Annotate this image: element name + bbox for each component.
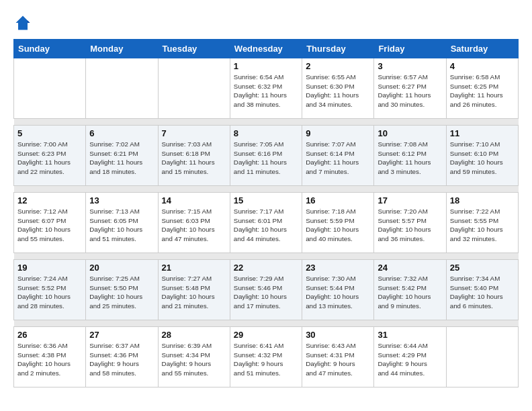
calendar-cell-2-1: 13Sunrise: 7:13 AM Sunset: 6:05 PM Dayli… [86, 193, 158, 253]
separator-cell [446, 186, 518, 193]
day-number: 4 [450, 61, 515, 71]
calendar-cell-1-3: 8Sunrise: 7:05 AM Sunset: 6:16 PM Daylig… [230, 126, 302, 186]
day-number: 15 [234, 195, 298, 205]
header-day-thursday: Thursday [302, 40, 374, 58]
calendar-cell-4-3: 29Sunrise: 6:41 AM Sunset: 4:32 PM Dayli… [230, 327, 302, 387]
calendar-header-row: SundayMondayTuesdayWednesdayThursdayFrid… [14, 40, 519, 58]
day-number: 3 [378, 61, 442, 71]
day-number: 10 [378, 128, 442, 138]
calendar-cell-0-6: 4Sunrise: 6:58 AM Sunset: 6:25 PM Daylig… [446, 58, 518, 119]
calendar-cell-0-3: 1Sunrise: 6:54 AM Sunset: 6:32 PM Daylig… [230, 58, 302, 119]
calendar-cell-2-2: 14Sunrise: 7:15 AM Sunset: 6:03 PM Dayli… [158, 193, 230, 253]
day-number: 24 [378, 263, 442, 273]
day-info: Sunrise: 7:12 AM Sunset: 6:07 PM Dayligh… [17, 207, 82, 244]
separator-row-3 [14, 320, 519, 327]
separator-cell [86, 186, 158, 193]
header-day-sunday: Sunday [14, 40, 86, 58]
day-info: Sunrise: 7:10 AM Sunset: 6:10 PM Dayligh… [450, 140, 515, 177]
day-info: Sunrise: 7:30 AM Sunset: 5:44 PM Dayligh… [306, 274, 370, 311]
day-info: Sunrise: 7:03 AM Sunset: 6:18 PM Dayligh… [162, 140, 226, 177]
calendar-cell-3-0: 19Sunrise: 7:24 AM Sunset: 5:52 PM Dayli… [14, 260, 86, 320]
day-number: 8 [234, 128, 298, 138]
day-info: Sunrise: 6:43 AM Sunset: 4:31 PM Dayligh… [306, 341, 370, 378]
calendar-cell-1-6: 11Sunrise: 7:10 AM Sunset: 6:10 PM Dayli… [446, 126, 518, 186]
day-number: 22 [234, 263, 298, 273]
day-number: 5 [17, 128, 82, 138]
separator-cell [86, 119, 158, 126]
calendar-cell-2-4: 16Sunrise: 7:18 AM Sunset: 5:59 PM Dayli… [302, 193, 374, 253]
separator-cell [446, 253, 518, 260]
day-number: 16 [306, 195, 370, 205]
calendar-cell-4-6 [446, 327, 518, 387]
calendar-cell-4-4: 30Sunrise: 6:43 AM Sunset: 4:31 PM Dayli… [302, 327, 374, 387]
day-number: 23 [306, 263, 370, 273]
day-info: Sunrise: 7:32 AM Sunset: 5:42 PM Dayligh… [378, 274, 442, 311]
calendar-cell-2-3: 15Sunrise: 7:17 AM Sunset: 6:01 PM Dayli… [230, 193, 302, 253]
day-number: 2 [306, 61, 370, 71]
day-number: 7 [162, 128, 226, 138]
day-number: 31 [378, 330, 442, 340]
week-row-5: 26Sunrise: 6:36 AM Sunset: 4:38 PM Dayli… [14, 327, 519, 387]
calendar-cell-4-5: 31Sunrise: 6:44 AM Sunset: 4:29 PM Dayli… [374, 327, 446, 387]
day-info: Sunrise: 6:36 AM Sunset: 4:38 PM Dayligh… [17, 341, 82, 378]
calendar-table: SundayMondayTuesdayWednesdayThursdayFrid… [13, 39, 519, 387]
calendar-cell-2-0: 12Sunrise: 7:12 AM Sunset: 6:07 PM Dayli… [14, 193, 86, 253]
day-info: Sunrise: 6:58 AM Sunset: 6:25 PM Dayligh… [450, 73, 515, 109]
day-info: Sunrise: 7:27 AM Sunset: 5:48 PM Dayligh… [162, 274, 226, 311]
calendar-cell-3-6: 25Sunrise: 7:34 AM Sunset: 5:40 PM Dayli… [446, 260, 518, 320]
day-number: 21 [162, 263, 226, 273]
day-info: Sunrise: 7:34 AM Sunset: 5:40 PM Dayligh… [450, 274, 515, 311]
day-number: 25 [450, 263, 515, 273]
day-info: Sunrise: 7:18 AM Sunset: 5:59 PM Dayligh… [306, 207, 370, 244]
calendar-cell-3-1: 20Sunrise: 7:25 AM Sunset: 5:50 PM Dayli… [86, 260, 158, 320]
day-number: 11 [450, 128, 515, 138]
header-day-wednesday: Wednesday [230, 40, 302, 58]
separator-cell [230, 119, 302, 126]
separator-cell [230, 186, 302, 193]
separator-row-1 [14, 186, 519, 193]
day-number: 20 [89, 263, 154, 273]
day-info: Sunrise: 6:57 AM Sunset: 6:27 PM Dayligh… [378, 73, 442, 109]
week-row-3: 12Sunrise: 7:12 AM Sunset: 6:07 PM Dayli… [14, 193, 519, 253]
calendar-cell-3-3: 22Sunrise: 7:29 AM Sunset: 5:46 PM Dayli… [230, 260, 302, 320]
separator-cell [374, 119, 446, 126]
day-info: Sunrise: 7:24 AM Sunset: 5:52 PM Dayligh… [17, 274, 82, 311]
day-info: Sunrise: 7:15 AM Sunset: 6:03 PM Dayligh… [162, 207, 226, 244]
day-number: 9 [306, 128, 370, 138]
header-day-saturday: Saturday [446, 40, 518, 58]
day-info: Sunrise: 7:08 AM Sunset: 6:12 PM Dayligh… [378, 140, 442, 177]
week-row-1: 1Sunrise: 6:54 AM Sunset: 6:32 PM Daylig… [14, 58, 519, 119]
separator-cell [158, 253, 230, 260]
separator-row-0 [14, 119, 519, 126]
calendar-cell-0-5: 3Sunrise: 6:57 AM Sunset: 6:27 PM Daylig… [374, 58, 446, 119]
day-info: Sunrise: 7:20 AM Sunset: 5:57 PM Dayligh… [378, 207, 442, 244]
day-info: Sunrise: 6:54 AM Sunset: 6:32 PM Dayligh… [234, 73, 298, 109]
calendar-cell-1-0: 5Sunrise: 7:00 AM Sunset: 6:23 PM Daylig… [14, 126, 86, 186]
day-number: 30 [306, 330, 370, 340]
day-number: 28 [162, 330, 226, 340]
calendar-cell-1-5: 10Sunrise: 7:08 AM Sunset: 6:12 PM Dayli… [374, 126, 446, 186]
day-number: 1 [234, 61, 298, 71]
calendar-cell-3-4: 23Sunrise: 7:30 AM Sunset: 5:44 PM Dayli… [302, 260, 374, 320]
page-header [13, 13, 519, 32]
calendar-cell-3-2: 21Sunrise: 7:27 AM Sunset: 5:48 PM Dayli… [158, 260, 230, 320]
day-info: Sunrise: 7:07 AM Sunset: 6:14 PM Dayligh… [306, 140, 370, 177]
separator-cell [158, 119, 230, 126]
separator-cell [374, 253, 446, 260]
header-day-friday: Friday [374, 40, 446, 58]
day-number: 29 [234, 330, 298, 340]
calendar-cell-0-4: 2Sunrise: 6:55 AM Sunset: 6:30 PM Daylig… [302, 58, 374, 119]
day-info: Sunrise: 6:37 AM Sunset: 4:36 PM Dayligh… [89, 341, 154, 378]
calendar-cell-4-0: 26Sunrise: 6:36 AM Sunset: 4:38 PM Dayli… [14, 327, 86, 387]
separator-cell [158, 320, 230, 327]
day-info: Sunrise: 6:41 AM Sunset: 4:32 PM Dayligh… [234, 341, 298, 378]
calendar-cell-3-5: 24Sunrise: 7:32 AM Sunset: 5:42 PM Dayli… [374, 260, 446, 320]
day-number: 14 [162, 195, 226, 205]
separator-cell [302, 253, 374, 260]
separator-cell [158, 186, 230, 193]
day-info: Sunrise: 7:05 AM Sunset: 6:16 PM Dayligh… [234, 140, 298, 177]
calendar-cell-1-2: 7Sunrise: 7:03 AM Sunset: 6:18 PM Daylig… [158, 126, 230, 186]
day-info: Sunrise: 7:13 AM Sunset: 6:05 PM Dayligh… [89, 207, 154, 244]
separator-cell [446, 119, 518, 126]
week-row-2: 5Sunrise: 7:00 AM Sunset: 6:23 PM Daylig… [14, 126, 519, 186]
